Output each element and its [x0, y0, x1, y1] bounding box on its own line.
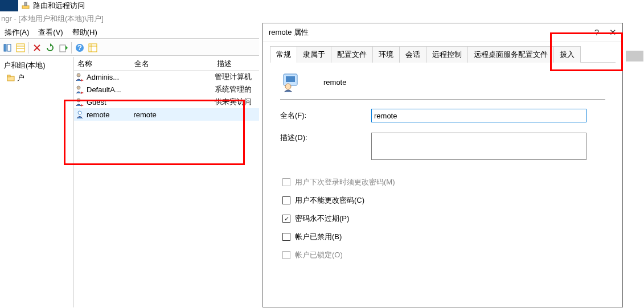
dialog-help-button[interactable]: ? [594, 27, 599, 37]
col-desc[interactable]: 描述 [214, 58, 259, 70]
tree-folder-users[interactable]: 户 [5, 72, 71, 84]
svg-text:?: ? [77, 43, 82, 52]
label-locked: 帐户已锁定(O) [295, 250, 343, 260]
fullname-input[interactable] [371, 109, 586, 122]
menu-action[interactable]: 操作(A) [0, 26, 34, 38]
toolbar-delete-icon[interactable] [31, 42, 43, 54]
list-row[interactable]: Adminis... 管理计算机 [74, 71, 259, 83]
checkbox-never-expire[interactable] [282, 215, 290, 223]
toolbar-list-icon[interactable] [87, 42, 99, 54]
description-label: 描述(D): [280, 133, 371, 143]
svg-rect-3 [7, 44, 11, 51]
dialog-separator [280, 99, 605, 100]
label-disabled: 帐户已禁用(B) [295, 232, 342, 242]
list-header: 名称 全名 描述 [74, 57, 259, 71]
svg-marker-9 [50, 43, 52, 47]
svg-marker-20 [81, 79, 84, 81]
svg-rect-10 [60, 45, 65, 52]
svg-rect-4 [17, 44, 24, 52]
user-icon [75, 85, 84, 94]
toolbar-help-icon[interactable]: ? [73, 42, 86, 54]
svg-point-25 [78, 111, 81, 114]
tabstrip: 常规 隶属于 配置文件 环境 会话 远程控制 远程桌面服务配置文件 拨入 [270, 46, 616, 63]
toolbar-nav-icon[interactable] [1, 42, 14, 54]
toolbar-refresh-icon[interactable] [44, 42, 56, 54]
toolbar: ? [0, 40, 259, 56]
svg-rect-2 [4, 44, 6, 51]
checkbox-cannot-change[interactable] [282, 196, 290, 204]
mmc-window-title: ngr - [本地用户和组(本地)\用户] [0, 14, 104, 24]
tab-general[interactable]: 常规 [270, 46, 297, 63]
svg-rect-1 [24, 2, 27, 6]
tab-environment[interactable]: 环境 [372, 46, 400, 63]
tab-rds-profile[interactable]: 远程桌面服务配置文件 [467, 46, 554, 63]
toolbar-details-icon[interactable] [14, 42, 27, 54]
svg-point-28 [285, 84, 291, 89]
list-row[interactable]: Guest 供来宾访问 [74, 96, 259, 108]
svg-marker-24 [81, 104, 84, 106]
dialog-body: remote 全名(F): 描述(D): 用户下次登录时须更改密码(M) 用户不… [263, 63, 622, 275]
user-icon [75, 97, 84, 106]
checkbox-must-change [282, 178, 290, 186]
label-never-expire: 密码永不过期(P) [295, 213, 349, 224]
list-row[interactable]: DefaultA... 系统管理的 [74, 83, 259, 96]
col-name[interactable]: 名称 [74, 58, 131, 70]
svg-marker-22 [81, 92, 84, 94]
folder-icon [7, 74, 15, 82]
properties-dialog: remote 属性 ? ✕ 常规 隶属于 配置文件 环境 会话 远程控制 远程桌… [262, 23, 623, 307]
user-icon [75, 72, 84, 81]
tree-panel: 户和组(本地) 户 [0, 57, 74, 307]
tab-session[interactable]: 会话 [399, 46, 426, 63]
user-large-icon [280, 72, 301, 92]
checkbox-locked [282, 251, 290, 259]
tree-folder-label: 户 [17, 73, 24, 83]
tab-remote-control[interactable]: 远程控制 [426, 46, 468, 63]
menu-view[interactable]: 查看(V) [34, 26, 67, 38]
label-must-change: 用户下次登录时须更改密码(M) [295, 177, 395, 187]
fullname-label: 全名(F): [280, 110, 371, 121]
tab-dialin[interactable]: 拨入 [553, 46, 581, 63]
toolbar-export-icon[interactable] [57, 42, 69, 54]
tab-memberof[interactable]: 隶属于 [297, 46, 331, 63]
rras-icon [20, 1, 31, 11]
taskbar-app-icon-bg [0, 0, 18, 11]
dialog-title: remote 属性 [269, 27, 309, 38]
user-icon [75, 110, 84, 119]
list-row[interactable]: remote remote [74, 108, 259, 121]
svg-rect-18 [7, 75, 10, 77]
tree-root[interactable]: 户和组(本地) [2, 59, 71, 72]
svg-rect-0 [22, 6, 29, 9]
menubar: 操作(A) 查看(V) 帮助(H) [0, 26, 259, 39]
svg-marker-11 [65, 46, 68, 50]
checkbox-disabled[interactable] [282, 233, 290, 241]
taskbar-item[interactable]: 路由和远程访问 [0, 0, 85, 11]
dialog-close-button[interactable]: ✕ [609, 27, 617, 38]
dialog-titlebar: remote 属性 ? ✕ [263, 23, 622, 42]
svg-point-19 [77, 73, 80, 77]
description-input[interactable] [371, 133, 586, 160]
svg-point-23 [77, 98, 80, 102]
taskbar-label: 路由和远程访问 [33, 1, 85, 11]
menu-help[interactable]: 帮助(H) [68, 26, 102, 38]
tab-profile[interactable]: 配置文件 [331, 46, 373, 63]
svg-rect-14 [89, 44, 97, 52]
svg-point-21 [77, 86, 80, 89]
background-strip [626, 51, 643, 61]
col-fullname[interactable]: 全名 [131, 58, 214, 70]
dialog-username: remote [323, 78, 346, 87]
label-cannot-change: 用户不能更改密码(C) [295, 195, 364, 206]
svg-rect-27 [286, 76, 295, 82]
list-panel: 名称 全名 描述 Adminis... 管理计算机 DefaultA... 系统… [74, 57, 259, 307]
